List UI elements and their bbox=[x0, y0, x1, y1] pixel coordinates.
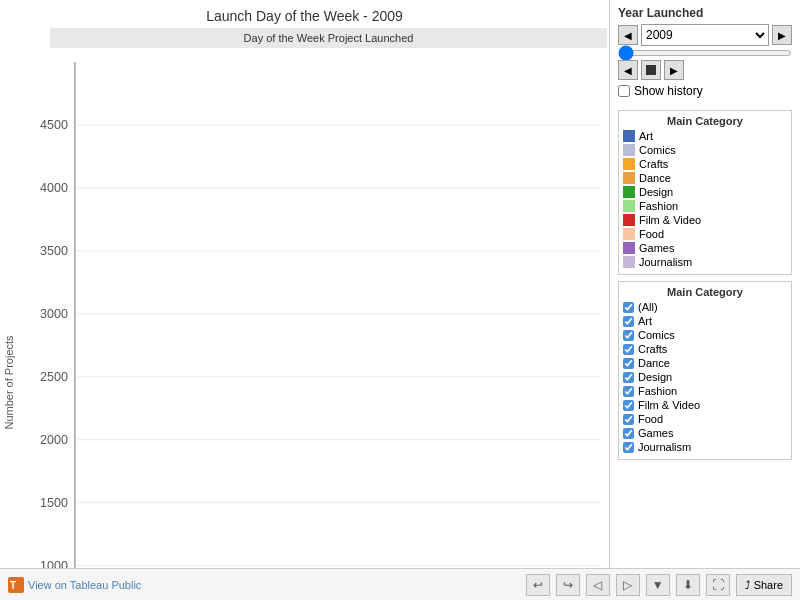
view-on-tableau-link[interactable]: View on Tableau Public bbox=[28, 579, 141, 591]
bottom-toolbar: T View on Tableau Public ↩ ↪ ◁ ▷ ▼ ⬇ ⛶ ⤴… bbox=[0, 568, 800, 600]
legend-item-label: Fashion bbox=[639, 200, 678, 212]
legend-item: Film & Video bbox=[623, 214, 787, 226]
toolbar-right: ↩ ↪ ◁ ▷ ▼ ⬇ ⛶ ⤴ Share bbox=[526, 574, 792, 596]
fullscreen-button[interactable]: ⛶ bbox=[706, 574, 730, 596]
legend-item-label: Film & Video bbox=[639, 214, 701, 226]
filter-checkbox[interactable] bbox=[623, 400, 634, 411]
svg-text:T: T bbox=[10, 580, 16, 591]
legend-section: Main Category Art Comics Crafts Dance De… bbox=[618, 110, 792, 275]
play-stop-button[interactable] bbox=[641, 60, 661, 80]
legend-color-swatch bbox=[623, 158, 635, 170]
filter-item-label: Comics bbox=[638, 329, 675, 341]
filter-checkbox[interactable] bbox=[623, 414, 634, 425]
legend-item: Games bbox=[623, 242, 787, 254]
legend-item-label: Dance bbox=[639, 172, 671, 184]
filter-item: Art bbox=[623, 315, 787, 327]
chart-title: Launch Day of the Week - 2009 bbox=[0, 8, 609, 24]
filter-item-label: (All) bbox=[638, 301, 658, 313]
show-history-label: Show history bbox=[634, 84, 703, 98]
legend-title: Main Category bbox=[623, 115, 787, 127]
svg-text:1500: 1500 bbox=[40, 496, 68, 510]
filter-items: (All) Art Comics Crafts Dance Design Fas… bbox=[623, 301, 787, 453]
filter-item-label: Design bbox=[638, 371, 672, 383]
tableau-icon: T bbox=[8, 577, 24, 593]
redo-button[interactable]: ↪ bbox=[556, 574, 580, 596]
back-button[interactable]: ◁ bbox=[586, 574, 610, 596]
toolbar-left: T View on Tableau Public bbox=[8, 577, 520, 593]
play-forward-button[interactable]: ▶ bbox=[664, 60, 684, 80]
filter-section: Main Category (All) Art Comics Crafts Da… bbox=[618, 281, 792, 460]
share-label: Share bbox=[754, 579, 783, 591]
legend-item: Dance bbox=[623, 172, 787, 184]
filter-item: Film & Video bbox=[623, 399, 787, 411]
y-axis-label: Number of Projects bbox=[0, 28, 20, 568]
filter-checkbox[interactable] bbox=[623, 358, 634, 369]
filter-item-label: Dance bbox=[638, 357, 670, 369]
filter-checkbox[interactable] bbox=[623, 316, 634, 327]
filter-item: Fashion bbox=[623, 385, 787, 397]
chart-svg: 4500 4000 3500 3000 2500 2000 1500 1000 … bbox=[22, 48, 607, 568]
filter-item: Journalism bbox=[623, 441, 787, 453]
filter-item: Comics bbox=[623, 329, 787, 341]
filter-checkbox[interactable] bbox=[623, 302, 634, 313]
legend-color-swatch bbox=[623, 144, 635, 156]
legend-item-label: Comics bbox=[639, 144, 676, 156]
year-slider[interactable] bbox=[618, 50, 792, 56]
filter-checkbox[interactable] bbox=[623, 344, 634, 355]
filter-item-label: Film & Video bbox=[638, 399, 700, 411]
filter-item-label: Crafts bbox=[638, 343, 667, 355]
filter-checkbox[interactable] bbox=[623, 442, 634, 453]
legend-item: Design bbox=[623, 186, 787, 198]
stop-icon bbox=[646, 65, 656, 75]
year-next-button[interactable]: ▶ bbox=[772, 25, 792, 45]
year-select[interactable]: 2009 2010 2011 2012 bbox=[641, 24, 769, 46]
legend-item-label: Design bbox=[639, 186, 673, 198]
year-slider-row bbox=[618, 50, 792, 56]
chart-plot: 4500 4000 3500 3000 2500 2000 1500 1000 … bbox=[22, 48, 607, 568]
share-icon: ⤴ bbox=[745, 579, 751, 591]
filter-item: Food bbox=[623, 413, 787, 425]
legend-color-swatch bbox=[623, 256, 635, 268]
filter-item: Crafts bbox=[623, 343, 787, 355]
filter-checkbox[interactable] bbox=[623, 372, 634, 383]
download-button[interactable]: ⬇ bbox=[676, 574, 700, 596]
year-section: Year Launched ◀ 2009 2010 2011 2012 ▶ ◀ bbox=[618, 6, 792, 104]
filter-item-label: Games bbox=[638, 427, 673, 439]
svg-text:2000: 2000 bbox=[40, 433, 68, 447]
legend-item-label: Games bbox=[639, 242, 674, 254]
legend-color-swatch bbox=[623, 214, 635, 226]
legend-color-swatch bbox=[623, 172, 635, 184]
svg-text:4500: 4500 bbox=[40, 118, 68, 132]
legend-item: Journalism bbox=[623, 256, 787, 268]
chart-column-header: Day of the Week Project Launched bbox=[50, 28, 607, 48]
more-button[interactable]: ▼ bbox=[646, 574, 670, 596]
filter-item: Dance bbox=[623, 357, 787, 369]
show-history-checkbox[interactable] bbox=[618, 85, 630, 97]
right-panel: Year Launched ◀ 2009 2010 2011 2012 ▶ ◀ bbox=[610, 0, 800, 568]
share-button[interactable]: ⤴ Share bbox=[736, 574, 792, 596]
filter-checkbox[interactable] bbox=[623, 330, 634, 341]
filter-checkbox[interactable] bbox=[623, 386, 634, 397]
forward-button[interactable]: ▷ bbox=[616, 574, 640, 596]
legend-color-swatch bbox=[623, 242, 635, 254]
play-back-button[interactable]: ◀ bbox=[618, 60, 638, 80]
svg-text:1000: 1000 bbox=[40, 559, 68, 568]
filter-item: Games bbox=[623, 427, 787, 439]
undo-button[interactable]: ↩ bbox=[526, 574, 550, 596]
legend-item: Comics bbox=[623, 144, 787, 156]
year-section-label: Year Launched bbox=[618, 6, 792, 20]
legend-color-swatch bbox=[623, 186, 635, 198]
filter-item-label: Food bbox=[638, 413, 663, 425]
legend-item: Art bbox=[623, 130, 787, 142]
legend-item-label: Art bbox=[639, 130, 653, 142]
legend-item-label: Food bbox=[639, 228, 664, 240]
svg-text:3000: 3000 bbox=[40, 307, 68, 321]
legend-color-swatch bbox=[623, 130, 635, 142]
year-prev-button[interactable]: ◀ bbox=[618, 25, 638, 45]
filter-checkbox[interactable] bbox=[623, 428, 634, 439]
legend-color-swatch bbox=[623, 228, 635, 240]
legend-item: Fashion bbox=[623, 200, 787, 212]
chart-area: Launch Day of the Week - 2009 Number of … bbox=[0, 0, 610, 568]
legend-items: Art Comics Crafts Dance Design Fashion F… bbox=[623, 130, 787, 268]
playback-controls: ◀ ▶ bbox=[618, 60, 792, 80]
